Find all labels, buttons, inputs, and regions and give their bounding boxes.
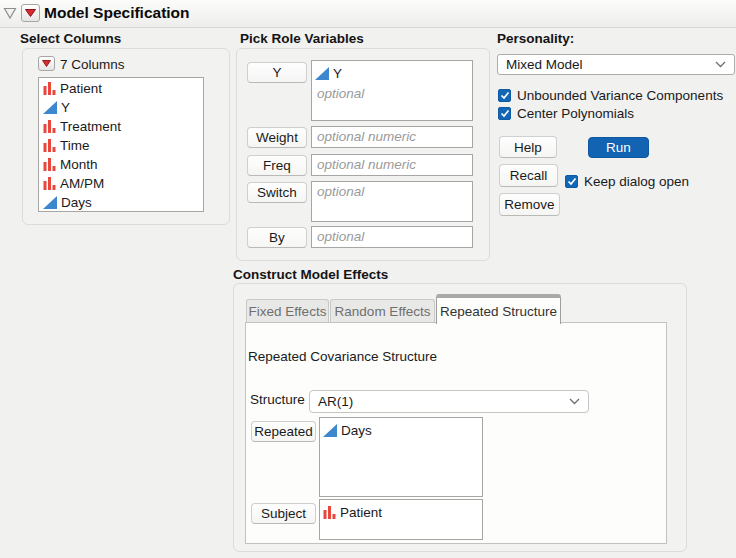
structure-label: Structure [250,392,305,407]
checkbox-checked-icon[interactable] [498,89,511,102]
weight-role-box[interactable]: optional numeric [311,126,473,148]
role-variable-label: Days [341,423,372,438]
remove-button[interactable]: Remove [499,193,560,216]
structure-value: AR(1) [318,394,353,409]
columns-filter-red-triangle-icon[interactable] [38,56,55,71]
column-label: AM/PM [60,176,104,191]
unbounded-variance-checkbox-row[interactable]: Unbounded Variance Components [498,88,723,103]
placeholder-text: optional [312,182,472,201]
column-label: Time [60,138,90,153]
list-item[interactable]: Patient [39,79,203,98]
run-button[interactable]: Run [588,137,649,158]
checkbox-checked-icon[interactable] [498,107,511,120]
y-role-button[interactable]: Y [247,62,307,83]
continuous-icon [315,67,329,80]
placeholder-text: optional [312,227,472,246]
repeated-role-button[interactable]: Repeated [251,421,316,442]
freq-role-button[interactable]: Freq [247,155,307,176]
repeated-role-box[interactable]: Days [319,417,483,497]
checkbox-label[interactable]: Unbounded Variance Components [517,88,723,103]
switch-role-button[interactable]: Switch [247,182,307,203]
nominal-icon [43,139,56,152]
checkbox-checked-icon[interactable] [565,175,578,188]
disclosure-triangle-icon[interactable] [3,7,17,20]
chevron-down-icon [715,61,726,68]
list-item[interactable]: Y [312,61,472,83]
nominal-icon [43,158,56,171]
outline-title-bar: Model Specification [0,0,736,28]
column-label: Treatment [60,119,121,134]
list-item[interactable]: Y [39,98,203,117]
column-label: Y [61,100,70,115]
freq-role-box[interactable]: optional numeric [311,154,473,176]
weight-role-button[interactable]: Weight [247,127,307,148]
center-polynomials-checkbox-row[interactable]: Center Polynomials [498,106,634,121]
by-role-button[interactable]: By [247,227,307,248]
role-variable-label: Y [333,66,342,81]
column-label: Patient [60,81,102,96]
chevron-down-icon [569,398,580,405]
subject-role-button[interactable]: Subject [251,503,316,524]
dialog-title: Model Specification [44,4,190,22]
personality-label: Personality: [497,31,574,46]
personality-value: Mixed Model [506,57,583,72]
placeholder-text: optional [312,83,472,104]
role-variable-label: Patient [340,505,382,520]
list-item[interactable]: Patient [320,500,482,522]
tab-fixed-effects[interactable]: Fixed Effects [246,299,329,323]
pick-roles-heading: Pick Role Variables [240,31,364,46]
select-columns-heading: Select Columns [20,31,121,46]
columns-count-label: 7 Columns [60,57,125,72]
nominal-icon [43,177,56,190]
nominal-icon [323,506,336,519]
structure-dropdown[interactable]: AR(1) [309,390,589,413]
construct-effects-heading: Construct Model Effects [233,267,388,282]
tab-repeated-structure[interactable]: Repeated Structure [436,294,561,324]
list-item[interactable]: Treatment [39,117,203,136]
continuous-icon [323,424,337,437]
nominal-icon [43,120,56,133]
keep-dialog-open-checkbox-row[interactable]: Keep dialog open [565,174,689,189]
column-label: Month [60,157,98,172]
nominal-icon [43,82,56,95]
by-role-box[interactable]: optional [311,226,473,248]
placeholder-text: optional numeric [312,127,472,146]
list-item[interactable]: Days [320,418,482,440]
repeated-covariance-subtitle: Repeated Covariance Structure [248,349,437,364]
continuous-icon [43,101,57,114]
switch-role-box[interactable]: optional [311,181,473,222]
checkbox-label[interactable]: Keep dialog open [584,174,689,189]
subject-role-box[interactable]: Patient [319,499,483,540]
list-item[interactable]: Time [39,136,203,155]
columns-listbox[interactable]: Patient Y Treatment Time Month AM/PM Day… [38,77,204,212]
continuous-icon [43,196,57,209]
list-item[interactable]: Month [39,155,203,174]
column-label: Days [61,195,92,210]
list-item[interactable]: Days [39,193,203,212]
list-item[interactable]: AM/PM [39,174,203,193]
checkbox-label[interactable]: Center Polynomials [517,106,634,121]
y-role-box[interactable]: Y optional [311,60,473,121]
personality-dropdown[interactable]: Mixed Model [497,54,735,75]
recall-button[interactable]: Recall [499,164,558,187]
placeholder-text: optional numeric [312,155,472,174]
tab-random-effects[interactable]: Random Effects [330,299,435,323]
red-triangle-menu-icon[interactable] [21,4,40,22]
help-button[interactable]: Help [499,136,557,158]
